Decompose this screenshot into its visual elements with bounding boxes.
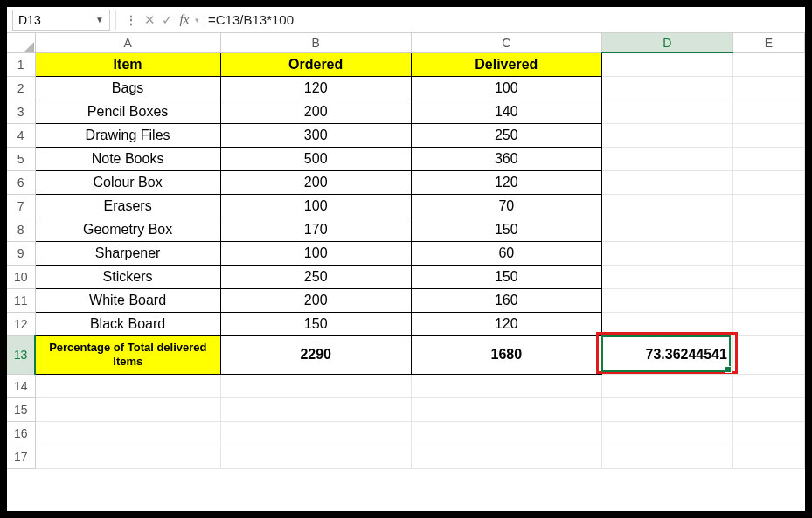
cell-B16[interactable] [220,421,411,445]
col-header-B[interactable]: B [220,33,411,52]
cell-C1[interactable]: Delivered [411,52,601,76]
col-header-C[interactable]: C [411,33,601,52]
row-header-6[interactable]: 6 [7,170,35,194]
cell-E10[interactable] [732,265,804,288]
row-header-13[interactable]: 13 [7,335,35,374]
cell-B5[interactable]: 500 [220,147,411,170]
cell-B10[interactable]: 250 [220,265,411,288]
cell-D1[interactable] [601,52,732,76]
cell-C17[interactable] [411,445,601,468]
cell-D14[interactable] [601,374,732,397]
cancel-icon[interactable]: ✕ [141,12,158,28]
row-header-5[interactable]: 5 [7,147,35,170]
cell-E2[interactable] [732,76,804,100]
row-header-15[interactable]: 15 [7,397,35,421]
cell-E12[interactable] [732,312,804,335]
cell-B2[interactable]: 120 [220,76,411,100]
cell-C14[interactable] [411,374,601,397]
cell-A17[interactable] [35,445,220,468]
row-header-11[interactable]: 11 [7,288,35,312]
cell-C7[interactable]: 70 [411,194,601,218]
cell-E6[interactable] [732,170,804,194]
cell-C16[interactable] [411,421,601,445]
row-header-7[interactable]: 7 [7,194,35,218]
cell-E15[interactable] [732,397,804,421]
row-header-14[interactable]: 14 [7,374,35,397]
cell-D11[interactable] [601,288,732,312]
row-header-1[interactable]: 1 [7,52,35,76]
spreadsheet-grid[interactable]: A B C D E 1ItemOrderedDelivered2Bags1201… [7,33,805,469]
cell-A3[interactable]: Pencil Boxes [35,100,220,123]
row-header-17[interactable]: 17 [7,445,35,468]
cell-B3[interactable]: 200 [220,100,411,123]
cell-D15[interactable] [601,397,732,421]
cell-E17[interactable] [732,445,804,468]
col-header-E[interactable]: E [732,33,804,52]
row-header-2[interactable]: 2 [7,76,35,100]
cell-A13[interactable]: Percentage of Total delivered Items [35,335,220,374]
row-header-4[interactable]: 4 [7,123,35,147]
cell-A15[interactable] [35,397,220,421]
cell-A6[interactable]: Colour Box [35,170,220,194]
cell-E5[interactable] [732,147,804,170]
cell-B9[interactable]: 100 [220,241,411,265]
cell-C11[interactable]: 160 [411,288,601,312]
cell-C12[interactable]: 120 [411,312,601,335]
cell-C3[interactable]: 140 [411,100,601,123]
cell-B1[interactable]: Ordered [220,52,411,76]
row-header-12[interactable]: 12 [7,312,35,335]
cell-D13[interactable]: 73.36244541 [601,335,732,374]
cell-E8[interactable] [732,218,804,241]
cell-C4[interactable]: 250 [411,123,601,147]
cell-B11[interactable]: 200 [220,288,411,312]
cell-A16[interactable] [35,421,220,445]
cell-A10[interactable]: Stickers [35,265,220,288]
cell-C13[interactable]: 1680 [411,335,601,374]
cell-D12[interactable] [601,312,732,335]
cell-E1[interactable] [732,52,804,76]
check-icon[interactable]: ✓ [158,12,176,28]
cell-B14[interactable] [220,374,411,397]
cell-D17[interactable] [601,445,732,468]
cell-D10[interactable] [601,265,732,288]
cell-A5[interactable]: Note Books [35,147,220,170]
cell-E7[interactable] [732,194,804,218]
cell-B4[interactable]: 300 [220,123,411,147]
cell-A4[interactable]: Drawing Files [35,123,220,147]
cell-C6[interactable]: 120 [411,170,601,194]
cell-A14[interactable] [35,374,220,397]
cell-D5[interactable] [601,147,732,170]
cell-E13[interactable] [732,335,804,374]
fx-icon[interactable]: fx [176,12,193,27]
cell-A2[interactable]: Bags [35,76,220,100]
cell-E16[interactable] [732,421,804,445]
row-header-3[interactable]: 3 [7,100,35,123]
cell-B12[interactable]: 150 [220,312,411,335]
cell-B6[interactable]: 200 [220,170,411,194]
chevron-down-icon[interactable]: ▼ [95,15,104,24]
options-icon[interactable]: ⋮ [125,13,137,27]
cell-A7[interactable]: Erasers [35,194,220,218]
row-header-9[interactable]: 9 [7,241,35,265]
col-header-A[interactable]: A [35,33,220,52]
cell-D16[interactable] [601,421,732,445]
cell-D4[interactable] [601,123,732,147]
cell-C8[interactable]: 150 [411,218,601,241]
col-header-D[interactable]: D [601,33,732,52]
cell-A8[interactable]: Geometry Box [35,218,220,241]
cell-B7[interactable]: 100 [220,194,411,218]
cell-C2[interactable]: 100 [411,76,601,100]
cell-B15[interactable] [220,397,411,421]
cell-C5[interactable]: 360 [411,147,601,170]
cell-E4[interactable] [732,123,804,147]
cell-E3[interactable] [732,100,804,123]
cell-B13[interactable]: 2290 [220,335,411,374]
cell-D6[interactable] [601,170,732,194]
cell-A11[interactable]: White Board [35,288,220,312]
cell-E11[interactable] [732,288,804,312]
cell-E14[interactable] [732,374,804,397]
cell-D9[interactable] [601,241,732,265]
row-header-10[interactable]: 10 [7,265,35,288]
cell-E9[interactable] [732,241,804,265]
row-header-8[interactable]: 8 [7,218,35,241]
